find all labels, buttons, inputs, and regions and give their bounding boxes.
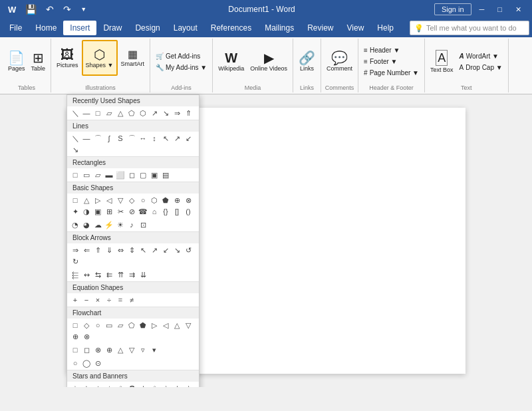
shape-item[interactable]: ⬡ [138,108,148,118]
dropcap-button[interactable]: A Drop Cap ▼ [457,62,505,73]
page-number-button[interactable]: # Page Number ▼ [361,67,422,78]
shape-item[interactable]: ↙ [160,245,171,255]
shape-item[interactable]: ▣ [92,206,103,217]
shape-item[interactable]: [] [172,206,182,217]
shape-item[interactable]: ☀ [115,219,126,230]
shape-item[interactable]: □ [70,170,80,180]
shape-item[interactable]: ↘ [70,144,80,155]
shape-item[interactable]: ⇉ [126,269,137,280]
shape-item[interactable]: ↕ [149,133,160,144]
shape-item[interactable]: △ [115,344,126,355]
shape-item[interactable]: ✩ [115,383,126,387]
shape-item[interactable]: ↗ [149,108,160,118]
shape-item[interactable]: ≠ [126,295,137,305]
shape-item[interactable]: ◔ [70,219,80,230]
tab-review[interactable]: Review [301,21,340,35]
sign-in-button[interactable]: Sign in [434,3,471,15]
shape-item[interactable]: ▾ [149,344,160,355]
shape-item[interactable]: ↗ [149,245,160,255]
tab-layout[interactable]: Layout [167,21,204,35]
shape-item[interactable]: ↻ [70,256,80,267]
shape-item[interactable]: ☆ [70,383,80,387]
shape-item[interactable]: ⇆ [92,269,103,280]
shape-item[interactable]: ⇇ [104,269,114,280]
tab-help[interactable]: Help [370,21,400,35]
shape-item[interactable]: − [81,295,92,305]
shape-item[interactable]: ☁ [92,219,103,230]
shape-item[interactable]: ↺ [183,245,194,255]
wordart-button[interactable]: A WordArt ▼ [457,51,505,62]
shape-item[interactable]: — [81,133,92,144]
shape-item[interactable]: ⊗ [81,331,92,342]
shape-item[interactable]: ✪ [126,383,137,387]
shape-item[interactable]: ⚡ [104,219,114,230]
shape-item[interactable]: ⬟ [160,195,171,206]
shape-item[interactable]: ✬ [149,383,160,387]
shape-item[interactable]: ⊞ [104,206,114,217]
shape-item[interactable]: ⌒ [126,133,137,144]
shape-item[interactable]: ↘ [160,108,171,118]
shape-item[interactable]: △ [81,195,92,206]
shape-item[interactable]: ÷ [104,295,114,305]
shape-item[interactable]: ○ [92,320,103,331]
shape-item[interactable]: ⇑ [92,245,103,255]
shape-item[interactable]: ⬜ [115,170,126,180]
shape-item[interactable]: ◁ [160,320,171,331]
shape-item[interactable]: ▽ [126,344,137,355]
shape-item[interactable]: ♪ [126,219,137,230]
shape-item[interactable]: ↭ [81,269,92,280]
shape-item[interactable]: ⊕ [104,344,114,355]
shape-item[interactable]: ⬠ [126,108,137,118]
shape-item[interactable]: ◇ [126,195,137,206]
shape-item[interactable]: ＼ [70,133,80,144]
shape-item[interactable]: ✯ [183,383,194,387]
shape-item[interactable]: △ [115,108,126,118]
shape-item[interactable]: ⬟ [138,320,148,331]
shape-item[interactable]: ▬ [104,170,114,180]
shape-item[interactable]: ◯ [81,358,92,368]
header-button[interactable]: ≡ Header ▼ [361,45,422,56]
tab-view[interactable]: View [340,21,371,35]
shape-item[interactable]: ▱ [104,108,114,118]
shape-item[interactable]: ↖ [138,245,148,255]
wikipedia-button[interactable]: W Wikipedia [215,44,247,80]
shape-item[interactable]: ↖ [160,133,171,144]
shape-item[interactable]: ◇ [81,320,92,331]
tab-file[interactable]: File [3,21,29,35]
redo-icon[interactable]: ↷ [61,3,74,16]
shape-item[interactable]: ⊕ [70,331,80,342]
shape-item[interactable]: ⇈ [115,269,126,280]
shape-item[interactable]: ▱ [92,170,103,180]
shape-item[interactable]: ⇒ [70,245,80,255]
shape-item[interactable]: ▷ [149,320,160,331]
shape-item[interactable]: ⊕ [172,195,182,206]
shape-item[interactable]: ▷ [92,195,103,206]
shape-item[interactable]: ◕ [81,219,92,230]
undo-icon[interactable]: ↶ [43,3,57,16]
table-button[interactable]: ⊞ Table [29,44,49,80]
shape-item[interactable]: () [183,206,194,217]
shape-item[interactable]: ⇕ [126,245,137,255]
shape-item[interactable]: ▣ [149,170,160,180]
shape-item[interactable]: ◻ [126,170,137,180]
shape-item[interactable]: ⊙ [92,358,103,368]
customize-qat-icon[interactable]: ▼ [78,5,89,14]
shape-item[interactable]: ↙ [183,133,194,144]
shape-item[interactable]: ✦ [92,383,103,387]
shape-item[interactable]: ↗ [172,133,182,144]
text-box-button[interactable]: A Text Box [428,44,456,80]
shape-item[interactable]: ○ [138,195,148,206]
shape-item[interactable]: ○ [70,358,80,368]
shape-item[interactable]: ▢ [138,170,148,180]
shape-item[interactable]: ▿ [138,344,148,355]
shape-item[interactable]: × [92,295,103,305]
shape-item[interactable]: = [115,295,126,305]
comment-button[interactable]: 💬 Comment [324,44,355,80]
shape-item[interactable]: + [70,295,80,305]
shape-item[interactable]: ⇑ [183,108,194,118]
shape-item[interactable]: ▭ [81,170,92,180]
shape-item[interactable]: ⇒ [172,108,182,118]
shape-item[interactable]: ▽ [115,195,126,206]
shape-item[interactable]: ✫ [138,383,148,387]
shape-item[interactable]: ⊗ [92,344,103,355]
